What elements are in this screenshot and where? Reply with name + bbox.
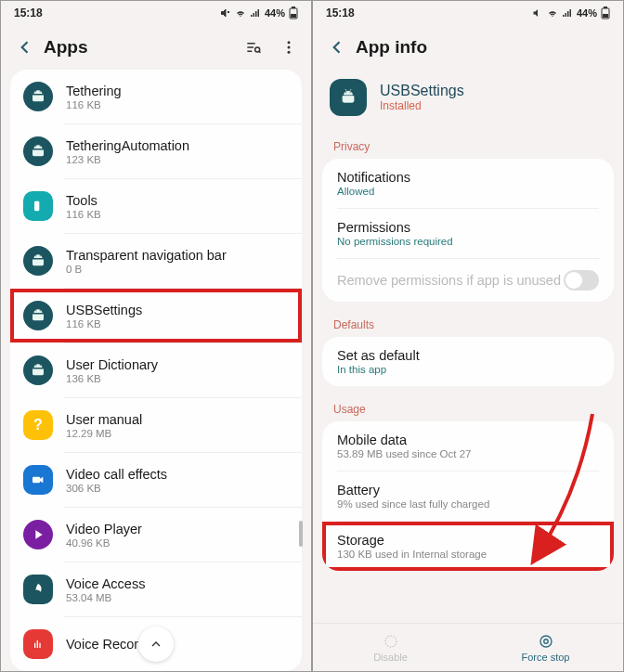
disable-button: Disable — [313, 624, 468, 671]
app-status: Installed — [380, 99, 464, 112]
svg-rect-23 — [604, 6, 607, 8]
statusbar: 15:18 44% — [313, 1, 623, 25]
app-icon: ? — [23, 410, 53, 440]
battery-icon — [289, 6, 298, 19]
app-row[interactable]: Video Player40.96 KB — [10, 508, 302, 562]
row-set-default[interactable]: Set as default In this app — [322, 337, 614, 386]
scroll-top-button[interactable] — [138, 627, 174, 662]
row-permissions[interactable]: Permissions No permissions required — [322, 209, 614, 258]
app-name: Tethering — [66, 84, 289, 98]
chevron-left-icon — [16, 38, 34, 57]
row-title: Remove permissions if app is unused — [337, 273, 561, 288]
app-size: 136 KB — [66, 373, 289, 384]
app-row[interactable]: USBSettings116 KB — [10, 289, 302, 342]
app-icon — [23, 575, 53, 604]
android-icon — [340, 89, 357, 106]
app-name: User Dictionary — [66, 357, 289, 372]
app-row[interactable]: Voice Access53.04 MB — [10, 562, 302, 616]
signal-icon — [250, 7, 261, 19]
app-icon — [23, 246, 53, 276]
wifi-icon — [235, 7, 246, 19]
app-name: User manual — [66, 412, 289, 427]
svg-point-26 — [350, 92, 351, 93]
page-title: Apps — [44, 37, 239, 58]
back-button[interactable] — [8, 31, 42, 64]
app-icon — [330, 79, 367, 116]
app-size: 116 KB — [66, 209, 289, 220]
svg-rect-18 — [32, 477, 40, 484]
button-label: Force stop — [522, 652, 570, 663]
svg-rect-2 — [291, 14, 296, 18]
row-storage[interactable]: Storage 130 KB used in Internal storage — [322, 522, 614, 571]
scroll-thumb[interactable] — [299, 521, 303, 547]
row-mobile-data[interactable]: Mobile data 53.89 MB used since Oct 27 — [322, 421, 614, 471]
section-label-usage: Usage — [313, 395, 623, 421]
svg-point-7 — [35, 91, 36, 92]
app-row[interactable]: ?User manual12.29 MB — [10, 398, 302, 452]
toggle-switch[interactable] — [564, 270, 599, 291]
svg-point-13 — [40, 255, 41, 256]
chevron-up-icon — [149, 637, 163, 652]
app-row[interactable]: Tools116 KB — [10, 179, 302, 233]
svg-point-10 — [40, 146, 41, 147]
svg-rect-20 — [37, 640, 38, 648]
force-stop-button[interactable]: Force stop — [468, 624, 623, 671]
app-info-header: USBSettings Installed — [313, 70, 623, 133]
app-icon — [23, 629, 53, 659]
app-name: Voice Recorder — [66, 637, 289, 652]
row-remove-permissions: Remove permissions if app is unused — [322, 259, 614, 302]
app-icon — [23, 465, 53, 495]
status-right: 44% — [532, 6, 610, 19]
app-row[interactable]: Video call effects306 KB — [10, 453, 302, 507]
status-battery: 44% — [265, 7, 285, 19]
signal-icon — [562, 7, 573, 19]
row-sub: No permissions required — [337, 236, 599, 247]
app-name: TetheringAutomation — [66, 138, 289, 153]
svg-rect-1 — [292, 6, 295, 8]
svg-point-4 — [288, 41, 291, 44]
app-name: USBSettings — [66, 303, 289, 317]
row-title: Permissions — [337, 220, 599, 235]
svg-point-12 — [35, 255, 36, 256]
app-row[interactable]: TetheringAutomation123 KB — [10, 124, 302, 178]
svg-rect-24 — [603, 14, 608, 18]
section-label-defaults: Defaults — [313, 311, 623, 337]
svg-point-9 — [35, 146, 36, 147]
app-size: 116 KB — [66, 318, 289, 330]
battery-icon — [601, 6, 610, 19]
svg-point-16 — [35, 365, 36, 366]
app-size: 306 KB — [66, 483, 289, 494]
row-title: Notifications — [337, 170, 599, 185]
row-title: Mobile data — [337, 433, 599, 447]
row-title: Storage — [337, 533, 599, 548]
status-right: 44% — [220, 6, 298, 19]
back-button[interactable] — [320, 31, 354, 64]
privacy-card: Notifications Allowed Permissions No per… — [322, 159, 614, 302]
usage-card: Mobile data 53.89 MB used since Oct 27 B… — [322, 421, 614, 571]
search-filter-icon — [244, 38, 263, 57]
bottom-bar: Disable Force stop — [313, 623, 623, 671]
svg-point-5 — [288, 46, 291, 49]
row-battery[interactable]: Battery 9% used since last fully charged — [322, 472, 614, 521]
status-time: 15:18 — [14, 6, 43, 19]
statusbar: 15:18 44% — [1, 1, 311, 25]
app-size: 0 B — [66, 264, 289, 275]
app-icon — [23, 355, 53, 385]
chevron-left-icon — [328, 38, 346, 57]
row-notifications[interactable]: Notifications Allowed — [322, 159, 614, 208]
more-button[interactable] — [274, 32, 304, 62]
app-name: Voice Access — [66, 576, 289, 591]
svg-point-14 — [35, 310, 36, 311]
mute-icon — [532, 7, 543, 19]
button-label: Disable — [373, 652, 408, 663]
app-row[interactable]: Transparent navigation bar0 B — [10, 234, 302, 288]
header: App info — [313, 25, 623, 70]
app-row[interactable]: Tethering116 KB — [10, 70, 302, 123]
app-row[interactable]: User Dictionary136 KB — [10, 343, 302, 397]
row-title: Set as default — [337, 348, 599, 363]
section-label-privacy: Privacy — [313, 133, 623, 159]
app-size: 40.96 KB — [66, 537, 289, 549]
svg-point-25 — [345, 92, 346, 93]
search-filter-button[interactable] — [239, 32, 268, 62]
mute-icon — [220, 7, 231, 19]
